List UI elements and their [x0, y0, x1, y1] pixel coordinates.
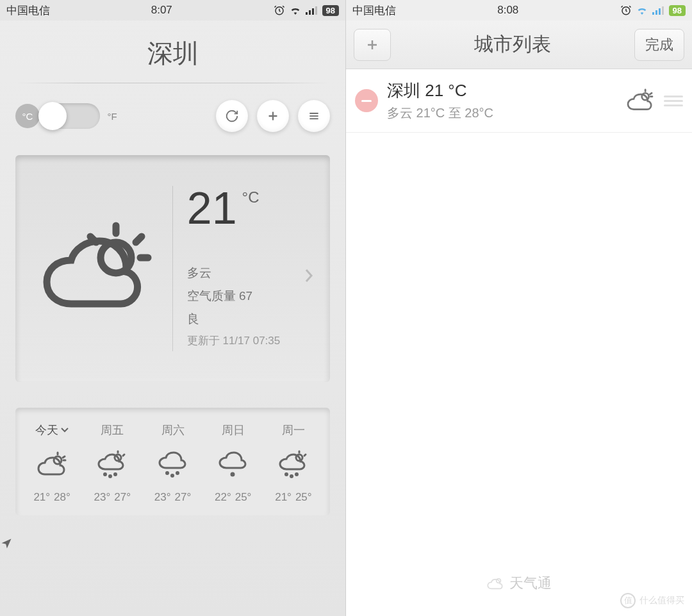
forecast-day-today[interactable]: 今天 21°28°	[22, 422, 82, 504]
refresh-button[interactable]	[216, 100, 248, 132]
forecast-day[interactable]: 周五 23°27°	[82, 422, 142, 504]
add-button[interactable]	[257, 100, 289, 132]
svg-rect-3	[312, 8, 314, 15]
svg-point-29	[295, 474, 297, 476]
temp-hi: 28°	[54, 491, 70, 503]
svg-rect-34	[662, 6, 664, 15]
svg-rect-31	[652, 12, 654, 15]
temp-lo: 21°	[33, 491, 50, 503]
chevron-down-icon	[61, 428, 69, 433]
brand-icon	[486, 576, 504, 591]
svg-line-7	[136, 237, 142, 242]
svg-rect-2	[309, 10, 311, 15]
brand-footer: 天气通	[346, 574, 692, 593]
watermark-icon: 值	[620, 593, 636, 608]
temp-lo: 21°	[275, 491, 292, 503]
partly-cloudy-icon	[625, 88, 655, 113]
status-bar: 中国电信 8:07 98	[0, 0, 345, 21]
temp-hi: 25°	[235, 491, 252, 503]
toggle-knob[interactable]	[38, 102, 67, 130]
current-temp-unit: °C	[242, 188, 260, 206]
chevron-right-icon[interactable]	[304, 269, 313, 283]
status-time: 8:07	[151, 4, 172, 17]
svg-line-12	[63, 456, 65, 458]
battery-badge: 98	[669, 5, 686, 16]
svg-point-23	[231, 473, 234, 476]
phone-city-list: 中国电信 8:08 98 城市列表 完成 深圳 21 °C 多云	[346, 0, 692, 616]
day-label: 周日	[222, 422, 245, 438]
header: 城市列表 完成	[346, 21, 692, 69]
done-button[interactable]: 完成	[634, 29, 684, 61]
watermark: 值 什么值得买	[620, 593, 684, 608]
forecast-day[interactable]: 周一 21°25°	[263, 422, 324, 504]
svg-rect-1	[306, 12, 308, 15]
city-row-title: 深圳 21 °C	[387, 79, 616, 102]
forecast-day[interactable]: 周六 23°27°	[142, 422, 202, 504]
header: 深圳	[0, 21, 345, 83]
condition-label: 多云	[187, 262, 317, 285]
alarm-icon	[274, 4, 285, 16]
page-title: 城市列表	[474, 31, 551, 58]
add-city-button[interactable]	[354, 29, 391, 61]
aqi-grade: 良	[187, 308, 317, 331]
alarm-icon	[620, 4, 632, 16]
svg-rect-32	[655, 10, 657, 15]
cloud-drizzle-icon	[203, 446, 263, 483]
svg-line-37	[650, 93, 652, 94]
city-row-subtitle: 多云 21°C 至 28°C	[387, 104, 616, 122]
delete-button[interactable]	[355, 89, 378, 112]
toggle-track[interactable]	[40, 103, 100, 129]
controls-row: °C °F	[0, 83, 345, 149]
day-label: 周六	[161, 422, 185, 438]
status-bar: 中国电信 8:08 98	[346, 0, 692, 21]
svg-line-26	[304, 454, 306, 456]
current-info: 21 °C 多云 空气质量 67 良 更新于 11/17 07:35	[172, 186, 317, 352]
partly-cloudy-icon	[28, 214, 172, 323]
temp-lo: 22°	[215, 491, 231, 503]
forecast-day[interactable]: 周日 22°25°	[203, 422, 263, 504]
carrier-label: 中国电信	[352, 3, 396, 18]
current-weather-card[interactable]: 21 °C 多云 空气质量 67 良 更新于 11/17 07:35	[15, 155, 330, 382]
svg-point-18	[110, 476, 111, 478]
svg-point-19	[115, 474, 117, 476]
brand-label: 天气通	[509, 574, 552, 593]
temp-hi: 25°	[295, 491, 312, 503]
day-label: 周五	[101, 422, 124, 438]
unit-toggle[interactable]: °C °F	[15, 103, 124, 129]
city-row[interactable]: 深圳 21 °C 多云 21°C 至 28°C	[346, 69, 692, 133]
svg-point-20	[166, 472, 168, 474]
phone-weather-detail: 中国电信 8:07 98 深圳 °C °F	[0, 0, 346, 616]
svg-point-17	[104, 474, 106, 476]
location-arrow-icon[interactable]	[0, 522, 345, 565]
signal-icon	[306, 6, 318, 15]
wifi-icon	[636, 6, 648, 15]
carrier-label: 中国电信	[6, 3, 50, 18]
temp-hi: 27°	[175, 491, 192, 503]
svg-point-28	[290, 476, 292, 478]
aqi-label: 空气质量 67	[187, 285, 317, 308]
cloud-rain-icon	[142, 446, 202, 483]
svg-rect-4	[315, 6, 317, 15]
svg-line-16	[123, 454, 124, 456]
battery-badge: 98	[322, 5, 339, 16]
svg-point-27	[285, 474, 287, 476]
day-label: 周一	[282, 422, 305, 438]
sun-rain-icon	[263, 446, 324, 483]
day-label: 今天	[35, 422, 58, 438]
svg-point-22	[176, 472, 178, 474]
current-temp: 21	[187, 186, 237, 231]
signal-icon	[652, 6, 665, 15]
temp-lo: 23°	[94, 491, 111, 503]
svg-point-21	[171, 475, 173, 477]
temp-hi: 27°	[114, 491, 131, 503]
watermark-label: 什么值得买	[639, 595, 684, 606]
menu-button[interactable]	[298, 100, 330, 132]
drag-handle-icon[interactable]	[664, 96, 683, 106]
celsius-label: °C	[15, 104, 40, 128]
status-time: 8:08	[497, 4, 518, 17]
wifi-icon	[289, 6, 302, 15]
partly-cloudy-icon	[22, 446, 82, 483]
fahrenheit-label: °F	[100, 104, 124, 128]
forecast-card[interactable]: 今天 21°28° 周五 23°27° 周六 23	[15, 408, 330, 515]
updated-label: 更新于 11/17 07:35	[187, 331, 317, 351]
